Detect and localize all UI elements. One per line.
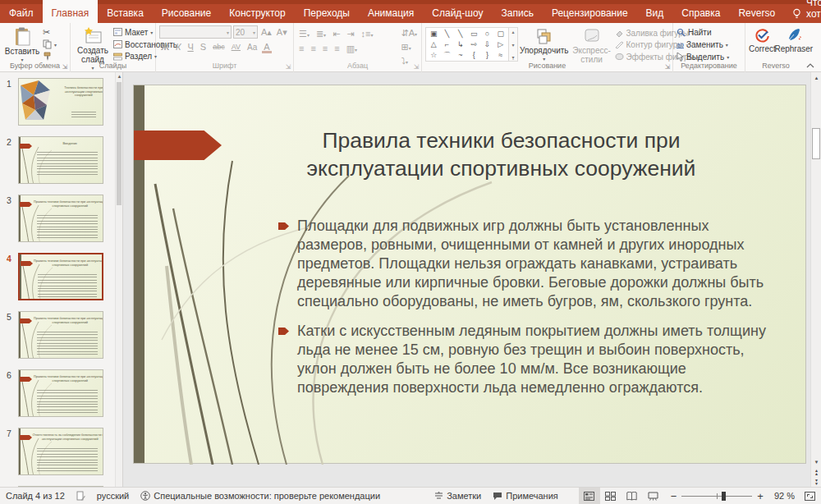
scroll-up-icon[interactable]: ▲ [811,72,821,83]
paragraph-dialog-launcher[interactable]: ⇲ [412,63,420,71]
shape-effects-icon [615,53,624,61]
zoom-slider-track[interactable] [681,496,752,497]
thumbnail-scrollbar-thumb[interactable] [117,82,122,205]
slide-title[interactable]: Правила техники безопасности при эксплуа… [212,126,791,182]
tab-transitions[interactable]: Переходы [295,4,359,23]
cut-button[interactable]: ✂ [43,27,57,38]
slide-banner-arrow[interactable] [134,131,222,160]
thumbnail-text-lines [37,332,98,355]
shape-icon[interactable]: ⇨ [470,39,477,49]
shape-icon[interactable]: ○ [485,29,489,39]
find-button[interactable]: Найти [677,27,729,37]
shape-icon[interactable]: ~ [458,50,462,60]
thumbnail-scrollbar[interactable]: ▲ [115,72,122,487]
previous-slide-button[interactable]: ▲▲ [811,467,821,477]
arrange-button[interactable]: Упорядочить ▾ [520,25,569,62]
slide-thumbnail-panel: 1 Техника безопасности при эксплуатации … [0,72,123,487]
gallery-down-icon[interactable]: ▾ [511,42,514,48]
tab-slideshow[interactable]: Слайд-шоу [423,4,492,23]
shape-icon[interactable]: ▭ [470,29,478,39]
fit-to-window-button[interactable] [799,488,821,504]
slide-thumbnail-7[interactable]: Ответственность за соблюдение безопаснос… [18,428,103,475]
bullet-marker-icon [278,328,289,335]
slide-thumbnail-4-selected[interactable]: Правила техники безопасности при эксплуа… [18,253,103,300]
slide-thumbnail-6[interactable]: Правила техники безопасности при эксплуа… [18,369,103,417]
shape-icon[interactable]: △ [431,39,437,49]
slideshow-view-button[interactable] [643,488,664,504]
tab-home[interactable]: Главная [43,0,99,23]
slide-body-text[interactable]: Площадки для подвижных игр должны быть у… [278,217,771,408]
tab-help[interactable]: Справка [672,4,729,23]
slide-thumbnail-5[interactable]: Правила техники безопасности при эксплуа… [18,311,103,359]
spell-check-button[interactable] [71,488,91,504]
shape-icon[interactable]: ⇩ [484,39,491,49]
drawing-dialog-launcher[interactable]: ⇲ [663,63,672,71]
slide-editing-area: Правила техники безопасности при эксплуа… [123,72,810,487]
shape-icon[interactable]: { [473,50,475,60]
tab-view[interactable]: Вид [637,4,673,23]
collapse-ribbon-icon[interactable] [806,63,814,68]
shapes-gallery-scroll[interactable]: ▴ ▾ ▾̱ [509,27,518,62]
format-painter-button[interactable] [43,52,57,62]
copy-button[interactable]: ▾ [43,39,57,50]
slide-thumbnail-2[interactable]: Введение [18,136,103,184]
zoom-in-button[interactable]: + [757,490,764,502]
reverso-correct-button[interactable]: Correct [749,25,776,62]
select-button[interactable]: Выделить▾ [677,52,729,62]
bullet-text: Катки с искусственным ледяным покрытием … [297,323,766,396]
reading-view-button[interactable] [621,488,643,504]
thumbnail-row: 2 Введение [0,136,122,184]
paste-button[interactable]: Вставить ▾ [3,25,41,62]
shape-icon[interactable]: ▷ [498,39,503,49]
next-slide-button[interactable]: ▼▼ [811,477,821,487]
notes-toggle-button[interactable]: Заметки [429,488,487,504]
tab-file[interactable]: Файл [0,4,43,23]
slide-sorter-view-button[interactable] [600,488,621,504]
new-slide-button[interactable]: Создать слайд ▾ [74,25,112,62]
slide-thumbnail-1[interactable]: Техника безопасности при эксплуатации сп… [18,78,103,126]
normal-view-button[interactable] [579,488,600,504]
gallery-more-icon[interactable]: ▾̱ [511,54,514,60]
lightbulb-icon [792,8,801,20]
comments-toggle-button[interactable]: Примечания [487,488,564,504]
ribbon-tab-bar: Файл Главная Вставка Рисование Конструкт… [0,0,821,23]
tab-review[interactable]: Рецензирование [543,4,637,23]
tell-me-box[interactable]: Что вы хотите сделать? [784,4,821,23]
shape-icon[interactable]: ⌐ [445,39,449,49]
gallery-up-icon[interactable]: ▴ [511,29,514,34]
zoom-percentage-button[interactable]: 92 % [770,488,799,504]
tab-animations[interactable]: Анимация [359,4,423,23]
clipboard-dialog-launcher[interactable]: ⇲ [61,63,69,71]
tab-design[interactable]: Конструктор [220,4,294,23]
shape-icon[interactable]: ▢ [498,29,505,39]
shape-icon[interactable]: ▣ [430,29,438,39]
font-dialog-launcher[interactable]: ⇲ [284,63,292,71]
main-scrollbar-thumb[interactable] [812,128,820,159]
bullet-item: Площадки для подвижных игр должны быть у… [278,217,771,311]
replace-button[interactable]: ab Заменить▾ [677,39,729,49]
thumbnail-text-lines [37,448,98,471]
scroll-up-icon[interactable]: ▲ [116,72,123,80]
tab-record[interactable]: Запись [493,4,543,23]
shape-icon[interactable]: ↳ [457,39,464,49]
zoom-out-button[interactable]: − [671,490,677,502]
slide-thumbnail-3[interactable]: Правила техники безопасности при эксплуа… [18,195,103,242]
shape-icon[interactable]: ╲ [445,29,449,39]
accessibility-checker-button[interactable]: Специальные возможности: проверьте реком… [135,488,386,504]
tab-draw[interactable]: Рисование [153,4,220,23]
tab-insert[interactable]: Вставка [98,4,153,23]
zoom-slider-handle[interactable] [722,492,726,501]
scroll-down-icon[interactable]: ▼ [811,456,821,467]
slide-canvas[interactable]: Правила техники безопасности при эксплуа… [133,85,806,464]
language-button[interactable]: русский [91,488,135,504]
shape-icon[interactable]: ╲ [458,29,462,39]
main-scrollbar[interactable]: ▲ ▼ ▲▲ ▼▼ [810,72,821,487]
shape-icon[interactable]: ☆ [430,50,437,60]
justify-icon: ≡ [333,43,341,55]
shape-icon[interactable]: ≈ [498,50,502,60]
reverso-rephraser-button[interactable]: Rephraser [777,25,810,62]
tab-reverso[interactable]: Reverso [729,4,784,23]
shape-icon[interactable]: } [486,50,488,60]
shapes-gallery[interactable]: ▣╲╲▭○▢ △⌐↳⇨⇩▷ ☆⌒~{}≈ [425,27,509,62]
shape-icon[interactable]: ⌒ [443,50,451,60]
